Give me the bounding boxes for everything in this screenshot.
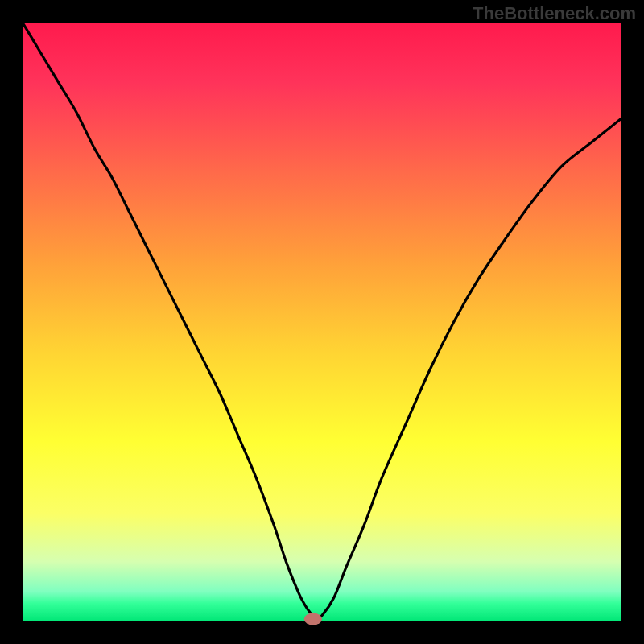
watermark-text: TheBottleneck.com bbox=[473, 3, 636, 24]
bottleneck-chart: TheBottleneck.com bbox=[0, 0, 644, 644]
minimum-marker bbox=[304, 613, 322, 625]
chart-svg bbox=[0, 0, 644, 644]
plot-background bbox=[23, 23, 621, 621]
